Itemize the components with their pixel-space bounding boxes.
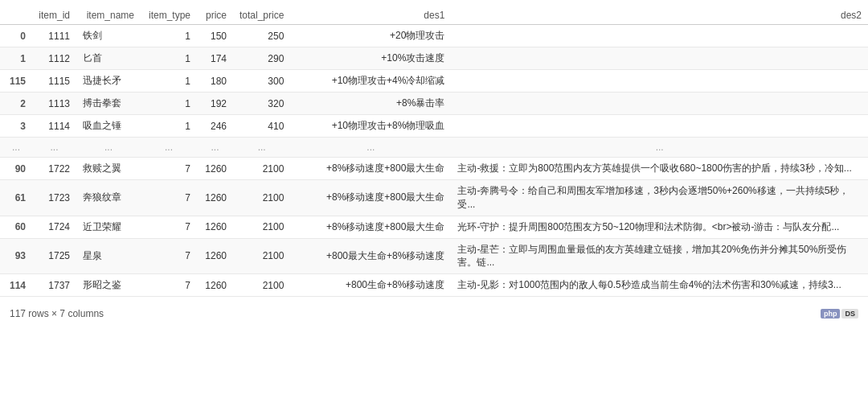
col-header-price: price xyxy=(197,6,233,25)
table-row: 1141737形昭之鉴712602100+800生命+8%移动速度主动-见影：对… xyxy=(0,274,868,297)
col-header-item-id: item_id xyxy=(32,6,76,25)
table-row: 11112匕首1174290+10%攻击速度 xyxy=(0,47,868,70)
table-row: 21113搏击拳套1192320+8%暴击率 xyxy=(0,92,868,115)
php-badge: php DS xyxy=(821,309,858,319)
col-header-item-name: item_name xyxy=(76,6,141,25)
col-header-total-price: total_price xyxy=(233,6,290,25)
data-table-container: item_id item_name item_type price total_… xyxy=(0,0,868,303)
table-row: ........................ xyxy=(0,138,868,158)
php-icon: php xyxy=(821,309,841,319)
table-row: 601724近卫荣耀712602100+8%移动速度+800最大生命光环-守护：… xyxy=(0,216,868,238)
footer-text: 117 rows × 7 columns xyxy=(10,308,104,319)
table-row: 611723奔狼纹章712602100+8%移动速度+800最大生命主动-奔腾号… xyxy=(0,180,868,216)
col-header-item-type: item_type xyxy=(141,6,197,25)
table-row: 901722救赎之翼712602100+8%移动速度+800最大生命主动-救援：… xyxy=(0,158,868,180)
ds-icon: DS xyxy=(841,309,858,319)
table-row: 1151115迅捷长矛1180300+10物理攻击+4%冷却缩减 xyxy=(0,70,868,92)
row-col-count: 117 rows × 7 columns xyxy=(10,308,104,319)
col-header-index xyxy=(0,6,32,25)
table-row: 31114吸血之锤1246410+10物理攻击+8%物理吸血 xyxy=(0,115,868,138)
table-body: 01111铁剑1150250+20物理攻击11112匕首1174290+10%攻… xyxy=(0,25,868,297)
col-header-des2: des2 xyxy=(451,6,868,25)
table-row: 01111铁剑1150250+20物理攻击 xyxy=(0,25,868,47)
table-row: 931725星泉712602100+800最大生命+8%移动速度主动-星芒：立即… xyxy=(0,238,868,274)
col-header-des1: des1 xyxy=(290,6,451,25)
table-header-row: item_id item_name item_type price total_… xyxy=(0,6,868,25)
table-footer: 117 rows × 7 columns php DS xyxy=(0,303,868,324)
data-table: item_id item_name item_type price total_… xyxy=(0,6,868,297)
